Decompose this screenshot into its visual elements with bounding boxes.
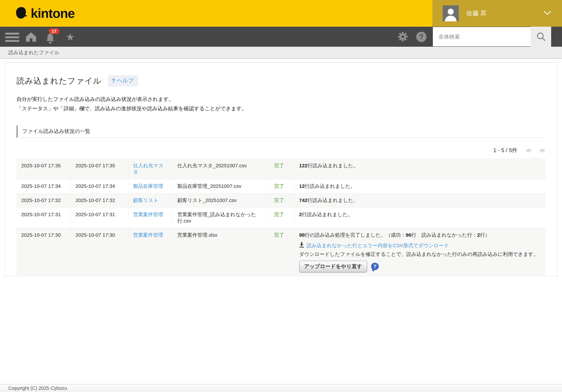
cell-completed-time: 2025-10-07 17:31 <box>71 208 128 228</box>
user-menu[interactable]: 佐藤 昇 <box>432 0 562 27</box>
question-icon: ? <box>112 78 115 84</box>
cell-detail: 122行読み込まれました。 <box>294 159 546 179</box>
page-description: 自分が実行したファイル読み込みの読み込み状況が表示されます。 「ステータス」や「… <box>16 95 546 113</box>
notifications-bell-icon[interactable] <box>45 33 55 44</box>
app-link[interactable]: 顧客リスト <box>133 197 159 203</box>
footer-copyright: Copyright (C) 2025 Cybozu <box>0 384 562 392</box>
summary-text-3: 行） <box>480 232 490 238</box>
app-link[interactable]: 仕入れ先マスタ <box>133 163 164 175</box>
pagination-next-icon[interactable] <box>539 148 546 153</box>
help-link[interactable]: ? ヘルプ <box>108 75 138 87</box>
cell-accepted-time: 2025-10-07 17:35 <box>16 159 71 179</box>
pagination-prev-icon[interactable] <box>526 148 531 153</box>
cell-detail: 2行読み込まれました。 <box>294 208 546 228</box>
cell-completed-time: 2025-10-07 17:35 <box>71 159 128 179</box>
status-badge: 完了 <box>274 212 284 217</box>
search-input[interactable] <box>433 27 531 46</box>
status-badge: 完了 <box>274 197 284 203</box>
row-count: 2 <box>299 212 302 217</box>
cell-file-name: 仕入れ先マスタ_20251007.csv <box>173 159 269 179</box>
app-link[interactable]: 製品在庫管理 <box>133 183 163 189</box>
status-badge: 完了 <box>274 183 284 189</box>
cell-detail: 12行読み込まれました。 <box>294 179 546 193</box>
status-badge: 完了 <box>274 232 284 238</box>
cell-file-name: 顧客リスト_20251007.csv <box>173 193 269 208</box>
row-count: 122 <box>299 163 307 168</box>
user-name: 佐藤 昇 <box>466 9 487 18</box>
app-link[interactable]: 営業案件管理 <box>133 212 163 217</box>
success-rows: 96 <box>406 232 411 238</box>
pagination: 1 - 5 / 5件 <box>16 147 546 154</box>
import-summary: 98行の読み込み処理を完了しました。（成功：96行 読み込まれなかった行：2行） <box>299 232 541 238</box>
row-count-suffix: 行読み込まれました。 <box>305 183 355 189</box>
app-header: kintone 佐藤 昇 <box>0 0 562 27</box>
cell-accepted-time: 2025-10-07 17:34 <box>16 179 71 193</box>
user-avatar <box>443 5 459 21</box>
favorites-star-icon[interactable]: ★ <box>65 32 75 42</box>
cell-completed-time: 2025-10-07 17:32 <box>71 193 128 208</box>
cell-detail: 742行読み込まれました。 <box>294 193 546 208</box>
download-note: ダウンロードしたファイルを修正することで、読み込まれなかった行のみの再読み込みに… <box>299 251 541 257</box>
table-row: 2025-10-07 17:31 2025-10-07 17:31 営業案件管理… <box>16 208 546 228</box>
help-link-label: ヘルプ <box>117 77 134 84</box>
failed-rows: 2 <box>477 232 480 238</box>
imported-files-card: 読み込まれたファイル ? ヘルプ 自分が実行したファイル読み込みの読み込み状況が… <box>4 62 558 276</box>
breadcrumb[interactable]: 読み込まれたファイル <box>0 47 562 59</box>
row-count-suffix: 行読み込まれました。 <box>302 212 352 217</box>
cell-accepted-time: 2025-10-07 17:31 <box>16 208 71 228</box>
home-icon[interactable] <box>25 32 37 42</box>
cell-file-name: 営業案件管理_読み込まれなかった行.csv <box>173 208 269 228</box>
kintone-bird-icon <box>14 6 28 21</box>
error-csv-download-link[interactable]: 読み込まれなかった行とエラー内容をCSV形式でダウンロード <box>306 242 449 249</box>
kintone-logo[interactable]: kintone <box>14 6 75 21</box>
search-button[interactable] <box>531 27 551 47</box>
cell-accepted-time: 2025-10-07 17:32 <box>16 193 71 208</box>
logo-text: kintone <box>31 6 75 21</box>
table-row: 2025-10-07 17:34 2025-10-07 17:34 製品在庫管理… <box>16 179 546 193</box>
retry-upload-button[interactable]: アップロードをやり直す <box>299 261 367 272</box>
description-line-2: 「ステータス」や「詳細」欄で、読み込みの進捗状況や読み込み結果を確認することがで… <box>16 104 546 113</box>
page-title: 読み込まれたファイル <box>16 76 101 86</box>
row-count: 12 <box>299 183 305 189</box>
table-row: 2025-10-07 17:32 2025-10-07 17:32 顧客リスト … <box>16 193 546 208</box>
gear-icon[interactable] <box>398 31 408 43</box>
description-line-1: 自分が実行したファイル読み込みの読み込み状況が表示されます。 <box>16 95 546 104</box>
global-navbar: 17 ★ ? <box>0 27 562 47</box>
import-status-table: 2025-10-07 17:35 2025-10-07 17:35 仕入れ先マス… <box>16 159 546 277</box>
cell-file-name: 営業案件管理.xlsx <box>173 228 269 277</box>
table-row: 2025-10-07 17:30 2025-10-07 17:30 営業案件管理… <box>16 228 546 277</box>
cell-file-name: 製品在庫管理_20251007.csv <box>173 179 269 193</box>
search-icon <box>536 32 546 42</box>
cell-accepted-time: 2025-10-07 17:30 <box>16 228 71 277</box>
cell-completed-time: 2025-10-07 17:30 <box>71 228 128 277</box>
row-count-suffix: 行読み込まれました。 <box>307 163 358 168</box>
summary-text-2: 行 読み込まれなかった行： <box>411 232 477 238</box>
section-title: ファイル読み込み状況の一覧 <box>16 126 546 138</box>
status-badge: 完了 <box>274 163 284 168</box>
table-row: 2025-10-07 17:35 2025-10-07 17:35 仕入れ先マス… <box>16 159 546 179</box>
app-link[interactable]: 営業案件管理 <box>133 232 163 238</box>
hamburger-menu-icon[interactable] <box>5 33 19 44</box>
row-count-suffix: 行読み込まれました。 <box>307 197 358 203</box>
cell-detail: 98行の読み込み処理を完了しました。（成功：96行 読み込まれなかった行：2行）… <box>294 228 546 277</box>
help-balloon-icon[interactable]: ? <box>371 263 379 270</box>
pagination-range-text: 1 - 5 / 5件 <box>493 147 517 154</box>
total-rows: 98 <box>299 232 305 238</box>
summary-text-1: 行の読み込み処理を完了しました。（成功： <box>305 232 406 238</box>
help-icon[interactable]: ? <box>416 32 426 42</box>
chevron-down-icon <box>544 11 551 16</box>
download-icon <box>299 242 304 249</box>
cell-completed-time: 2025-10-07 17:34 <box>71 179 128 193</box>
row-count: 742 <box>299 197 307 203</box>
notification-count-badge[interactable]: 17 <box>49 28 59 34</box>
